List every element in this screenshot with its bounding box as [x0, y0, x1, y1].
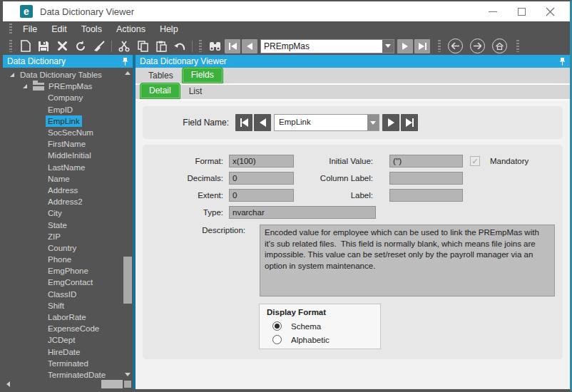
label-field[interactable]: [389, 189, 463, 202]
decimals-field[interactable]: 0: [229, 172, 294, 185]
prev-field-icon: [260, 118, 266, 127]
first-record-icon: [229, 43, 230, 50]
tab-detail[interactable]: Detail: [140, 83, 180, 99]
tree-item-state[interactable]: State: [3, 219, 123, 230]
alphabetic-option[interactable]: Alphabetic: [267, 333, 380, 346]
menu-item-file[interactable]: File: [16, 23, 44, 36]
tree-item-label: Name: [46, 173, 72, 185]
schema-option[interactable]: Schema: [267, 319, 380, 333]
toolbar-grip-handle[interactable]: [438, 40, 441, 53]
cut-button[interactable]: [115, 38, 133, 53]
format-field[interactable]: x(100): [229, 155, 294, 167]
first-field-button[interactable]: [235, 114, 252, 131]
record-combobox[interactable]: PREmpMas: [260, 39, 394, 53]
refresh-button[interactable]: [71, 38, 90, 53]
next-record-button[interactable]: [397, 39, 413, 53]
tree-item-hiredate[interactable]: HireDate: [3, 346, 123, 358]
tree-item-label: Phone: [46, 254, 73, 265]
tree-item-address[interactable]: Address: [3, 185, 123, 196]
menu-grip-handle[interactable]: [9, 24, 12, 34]
paste-button[interactable]: [152, 38, 170, 53]
menu-item-edit[interactable]: Edit: [44, 23, 74, 36]
tree-item-laborrate[interactable]: LaborRate: [3, 311, 123, 323]
menu-item-tools[interactable]: Tools: [74, 23, 109, 36]
tree-item-phone[interactable]: Phone: [3, 254, 123, 265]
delete-button[interactable]: [53, 38, 71, 53]
mandatory-checkbox[interactable]: ✓: [470, 156, 480, 166]
tree-item-socsecnum[interactable]: SocSecNum: [3, 127, 123, 138]
horizontal-scroll-thumb[interactable]: [101, 380, 126, 388]
toolbar-grip-handle[interactable]: [199, 40, 202, 53]
record-combobox-dropdown-button[interactable]: [382, 40, 394, 53]
scroll-down-button[interactable]: [123, 369, 133, 379]
tree-item-middleinitial[interactable]: MiddleInitial: [3, 150, 123, 161]
tree-item-zip[interactable]: ZIP: [3, 231, 123, 242]
undo-button[interactable]: [170, 38, 189, 53]
pin-icon[interactable]: [559, 57, 566, 66]
tree-item-label: ClassID: [46, 289, 78, 300]
tree-item-address2[interactable]: Address2: [3, 196, 123, 207]
scroll-up-button[interactable]: [123, 68, 133, 78]
home-button[interactable]: [492, 38, 507, 53]
prev-field-button[interactable]: [254, 114, 271, 131]
sweep-button[interactable]: [90, 38, 108, 53]
minimize-button[interactable]: [479, 3, 507, 20]
tab-tables[interactable]: Tables: [140, 68, 182, 83]
tree-item-emgcontact[interactable]: EmgContact: [3, 277, 123, 288]
last-record-button[interactable]: [414, 39, 430, 53]
forward-button[interactable]: [470, 38, 485, 53]
scroll-left-button[interactable]: [3, 379, 13, 389]
tree-node-table[interactable]: PREmpMas: [3, 81, 123, 92]
expander-icon[interactable]: [10, 73, 14, 77]
tree-item-label: FirstName: [46, 138, 88, 150]
tree-vertical-scrollbar[interactable]: [123, 68, 133, 379]
tree-item-shift[interactable]: Shift: [3, 300, 123, 311]
tree-horizontal-scrollbar[interactable]: [3, 379, 123, 389]
tree-item-expensecode[interactable]: ExpenseCode: [3, 323, 123, 334]
tree-item-country[interactable]: Country: [3, 242, 123, 254]
tree-item-firstname[interactable]: FirstName: [3, 138, 123, 150]
close-button[interactable]: [536, 3, 564, 20]
menu-item-help[interactable]: Help: [153, 23, 185, 36]
toolbar-grip-handle[interactable]: [516, 40, 519, 53]
vertical-scroll-thumb[interactable]: [123, 257, 132, 304]
tree-item-classid[interactable]: ClassID: [3, 289, 123, 300]
column-label-field[interactable]: [389, 172, 463, 185]
tree-item-lastname[interactable]: LastName: [3, 162, 123, 173]
extent-field[interactable]: 0: [229, 189, 294, 202]
description-field[interactable]: Encoded value for employee which can be …: [260, 225, 555, 296]
tree-item-name[interactable]: Name: [3, 173, 123, 185]
tree-item-city[interactable]: City: [3, 207, 123, 219]
schema-radio[interactable]: [272, 321, 282, 331]
last-field-button[interactable]: [401, 114, 418, 131]
pin-icon[interactable]: [122, 57, 128, 66]
tree-item-empid[interactable]: EmpID: [3, 104, 123, 115]
arrow-up-icon: [125, 71, 131, 75]
first-record-button[interactable]: [225, 39, 240, 53]
expander-icon[interactable]: [23, 84, 27, 88]
tree-item-jcdept[interactable]: JCDept: [3, 334, 123, 346]
find-button[interactable]: [205, 38, 224, 53]
next-field-button[interactable]: [382, 114, 399, 131]
tree-item-emgphone[interactable]: EmgPhone: [3, 265, 123, 277]
toolbar-grip-handle[interactable]: [9, 40, 12, 53]
field-name-dropdown-button[interactable]: [367, 115, 379, 130]
tree-item-terminateddate[interactable]: TerminatedDate: [3, 369, 123, 379]
menu-item-actions[interactable]: Actions: [109, 23, 153, 36]
tab-fields[interactable]: Fields: [182, 67, 223, 83]
back-button[interactable]: [448, 38, 463, 53]
alphabetic-radio[interactable]: [272, 335, 282, 344]
copy-button[interactable]: [133, 38, 152, 53]
maximize-button[interactable]: [507, 3, 536, 20]
initial-value-field[interactable]: (''): [389, 155, 463, 167]
field-name-combobox[interactable]: EmpLink: [274, 114, 379, 131]
tree-item-emplink[interactable]: EmpLink: [3, 115, 123, 127]
tree-item-company[interactable]: Company: [3, 92, 123, 103]
save-button[interactable]: [34, 38, 53, 53]
tree-node-data-dictionary-tables[interactable]: Data Dictionary Tables: [3, 69, 123, 81]
prev-record-button[interactable]: [242, 39, 257, 53]
tree-item-terminated[interactable]: Terminated: [3, 358, 123, 369]
type-field[interactable]: nvarchar: [229, 206, 376, 219]
new-button[interactable]: [16, 38, 34, 53]
tab-list[interactable]: List: [180, 84, 211, 99]
